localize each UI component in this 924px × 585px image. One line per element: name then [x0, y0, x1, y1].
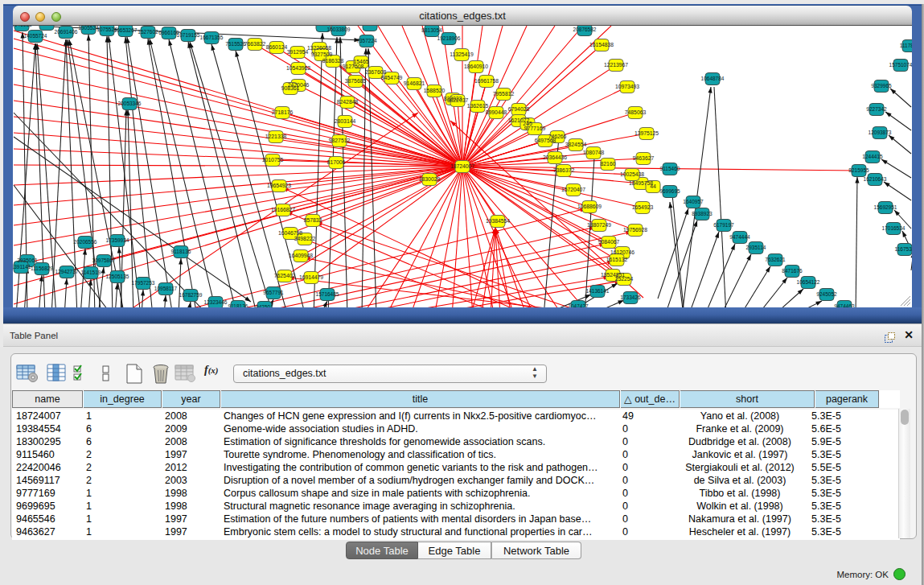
- svg-text:12323446: 12323446: [204, 299, 228, 305]
- svg-text:12505135: 12505135: [106, 274, 129, 279]
- svg-text:1733426: 1733426: [620, 295, 641, 300]
- svg-text:15716485: 15716485: [316, 291, 339, 297]
- svg-text:10648784: 10648784: [701, 76, 725, 81]
- svg-text:13226058: 13226058: [307, 45, 331, 51]
- svg-text:9474444: 9474444: [729, 234, 750, 240]
- svg-text:2803144: 2803144: [335, 118, 356, 124]
- svg-text:1244415: 1244415: [862, 154, 883, 159]
- svg-text:17016534: 17016534: [882, 225, 906, 231]
- svg-text:1615132: 1615132: [606, 257, 628, 262]
- svg-text:15692951: 15692951: [874, 204, 897, 210]
- svg-text:8471676: 8471676: [782, 268, 803, 274]
- svg-text:16033809: 16033809: [327, 27, 351, 32]
- svg-text:9463627: 9463627: [633, 155, 655, 161]
- svg-text:12942737: 12942737: [55, 269, 79, 274]
- svg-text:15465: 15465: [354, 59, 369, 64]
- svg-text:8186328: 8186328: [322, 58, 344, 64]
- svg-text:9657791: 9657791: [263, 290, 284, 295]
- svg-text:1640957: 1640957: [683, 199, 704, 204]
- svg-text:10025438: 10025438: [620, 171, 644, 177]
- svg-text:857833: 857833: [304, 217, 322, 223]
- svg-text:18807249: 18807249: [587, 222, 611, 228]
- svg-text:3822037: 3822037: [447, 97, 469, 103]
- svg-text:16210643: 16210643: [864, 176, 887, 182]
- svg-text:9115460: 9115460: [660, 166, 680, 171]
- svg-text:6497568: 6497568: [535, 138, 556, 143]
- svg-text:14055724: 14055724: [24, 33, 47, 39]
- svg-text:8813054: 8813054: [421, 27, 442, 33]
- svg-text:252254: 252254: [615, 276, 634, 282]
- svg-text:8242848: 8242848: [337, 99, 359, 105]
- svg-text:1391141: 1391141: [13, 264, 31, 270]
- svg-text:13975125: 13975125: [634, 130, 659, 136]
- svg-text:7515526: 7515526: [225, 41, 246, 47]
- svg-text:16046798: 16046798: [278, 230, 302, 236]
- svg-text:44: 44: [650, 183, 656, 189]
- svg-text:9227342: 9227342: [866, 106, 887, 112]
- svg-text:17957253: 17957253: [132, 280, 155, 286]
- svg-text:14136141: 14136141: [586, 288, 610, 294]
- svg-text:18724007: 18724007: [450, 163, 474, 169]
- svg-text:8660124: 8660124: [266, 44, 288, 50]
- svg-text:10975867: 10975867: [92, 257, 116, 263]
- svg-text:1221338: 1221338: [265, 134, 287, 139]
- svg-text:6179197: 6179197: [713, 222, 734, 228]
- svg-text:10719155: 10719155: [177, 32, 200, 38]
- svg-text:1362615: 1362615: [467, 103, 489, 109]
- svg-text:20206556: 20206556: [74, 239, 97, 245]
- svg-text:19166827: 19166827: [271, 207, 295, 212]
- svg-text:9084067: 9084067: [598, 239, 620, 245]
- svg-text:3912954: 3912954: [287, 49, 309, 55]
- svg-text:6794028: 6794028: [508, 106, 530, 112]
- svg-text:15751074: 15751074: [889, 62, 912, 68]
- svg-text:16671355: 16671355: [200, 35, 224, 40]
- svg-text:9329965: 9329965: [871, 83, 892, 89]
- svg-text:12213967: 12213967: [604, 62, 628, 68]
- svg-text:3824554: 3824554: [565, 142, 587, 147]
- svg-text:19654923: 19654923: [267, 183, 291, 188]
- svg-text:10688609: 10688609: [577, 204, 602, 209]
- svg-text:12093873: 12093873: [869, 130, 892, 135]
- svg-text:817006: 817006: [327, 159, 346, 165]
- svg-text:7357224: 7357224: [356, 38, 377, 43]
- svg-text:16961758: 16961758: [474, 78, 499, 84]
- svg-text:20876582: 20876582: [573, 27, 597, 32]
- svg-text:16782759: 16782759: [179, 292, 203, 298]
- svg-text:9245052: 9245052: [816, 291, 837, 297]
- svg-text:9118136: 9118136: [171, 249, 191, 254]
- svg-text:7386372: 7386372: [553, 167, 575, 173]
- svg-text:1010755: 1010755: [262, 157, 284, 163]
- svg-text:8215955: 8215955: [848, 167, 869, 173]
- svg-text:1117803: 1117803: [900, 43, 912, 48]
- svg-text:10654122: 10654122: [797, 279, 820, 285]
- svg-text:2935114: 2935114: [746, 245, 766, 250]
- svg-text:2718176: 2718176: [272, 109, 294, 115]
- svg-text:3935061: 3935061: [17, 257, 38, 263]
- svg-text:17359934: 17359934: [106, 237, 129, 243]
- svg-text:2367608: 2367608: [365, 69, 387, 75]
- svg-text:16914479: 16914479: [299, 274, 323, 280]
- svg-text:20691406: 20691406: [55, 29, 78, 35]
- svg-text:908361: 908361: [281, 85, 300, 91]
- svg-text:10973493: 10973493: [615, 84, 639, 89]
- svg-text:1141519: 1141519: [81, 270, 101, 275]
- svg-text:8938923: 8938923: [692, 211, 713, 216]
- svg-text:15720407: 15720407: [561, 187, 585, 192]
- svg-text:11325419: 11325419: [450, 51, 474, 57]
- svg-text:10543962: 10543962: [286, 65, 310, 71]
- svg-text:9777169: 9777169: [524, 126, 546, 131]
- svg-text:18640910: 18640910: [464, 64, 488, 69]
- svg-text:16120746: 16120746: [610, 249, 634, 255]
- svg-text:7485063: 7485063: [625, 109, 647, 115]
- svg-text:9146821: 9146821: [404, 80, 425, 86]
- svg-text:10653267: 10653267: [114, 27, 138, 33]
- svg-text:20053346: 20053346: [118, 101, 142, 106]
- svg-text:19756928: 19756928: [623, 227, 647, 233]
- svg-text:19218906: 19218906: [437, 35, 461, 41]
- svg-text:19384554: 19384554: [486, 218, 510, 224]
- svg-text:3498222: 3498222: [294, 236, 316, 241]
- svg-text:7955812: 7955812: [493, 91, 515, 97]
- svg-text:1167534: 1167534: [895, 246, 912, 252]
- svg-text:11156829: 11156829: [31, 266, 53, 271]
- svg-text:7632621: 7632621: [765, 257, 786, 262]
